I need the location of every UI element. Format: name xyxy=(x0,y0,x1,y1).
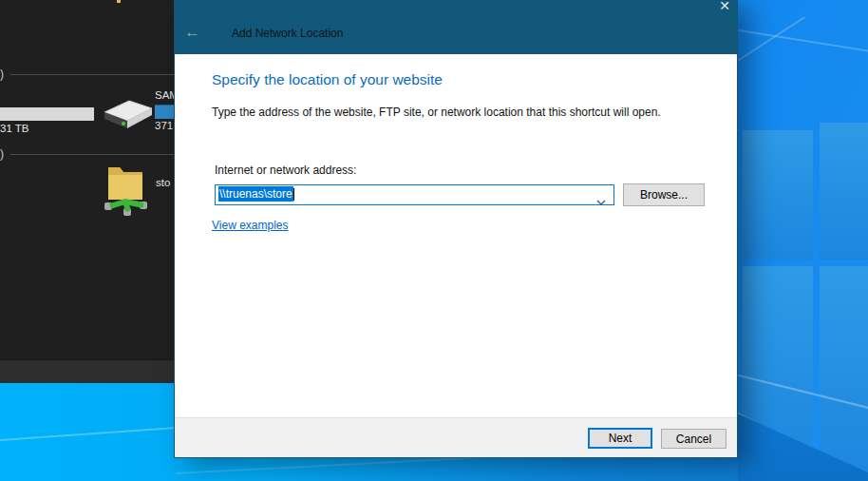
add-network-location-dialog: ✕ ← Add Network Location Specify the loc… xyxy=(174,0,738,458)
page-description: Type the address of the website, FTP sit… xyxy=(212,106,661,119)
group-separator xyxy=(10,154,174,155)
capacity-bar xyxy=(0,107,94,121)
capacity-text: 31 TB xyxy=(0,123,28,134)
network-folder-icon xyxy=(104,162,148,221)
group-header-label: ) xyxy=(0,67,4,81)
cancel-button[interactable]: Cancel xyxy=(661,429,726,449)
back-icon[interactable]: ← xyxy=(184,24,200,40)
windows-logo-pane xyxy=(820,266,868,481)
windows-logo-pane xyxy=(743,130,813,260)
page-heading: Specify the location of your website xyxy=(212,71,443,88)
next-button[interactable]: Next xyxy=(588,428,652,449)
browse-button[interactable]: Browse... xyxy=(623,183,705,206)
address-value: \\truenas\store xyxy=(218,187,294,201)
capacity-text: 371 xyxy=(155,120,173,131)
dialog-footer: Next Cancel xyxy=(175,417,737,457)
address-combobox[interactable]: \\truenas\store xyxy=(215,184,614,205)
explorer-status-bar xyxy=(0,359,174,383)
hard-drive-icon xyxy=(99,95,154,141)
desktop-screen: ) 31 TB SAM 371 ) xyxy=(0,0,868,481)
selected-text: \\truenas\store xyxy=(218,186,293,202)
group-header-label: ) xyxy=(0,147,4,161)
clipped-folder-icon xyxy=(117,0,121,3)
close-icon[interactable]: ✕ xyxy=(719,0,730,12)
group-separator xyxy=(10,74,174,75)
network-item-name: sto xyxy=(156,177,170,188)
network-group-header: ) xyxy=(0,147,174,161)
view-examples-link[interactable]: View examples xyxy=(212,219,288,232)
file-explorer-window: ) 31 TB SAM 371 ) xyxy=(0,0,174,383)
windows-logo-pane xyxy=(820,123,868,260)
capacity-bar xyxy=(155,105,174,119)
chevron-down-icon[interactable] xyxy=(596,192,606,209)
address-label: Internet or network address: xyxy=(215,164,356,177)
drive-group-header: ) xyxy=(0,67,174,81)
text-caret xyxy=(293,188,294,201)
dialog-title: Add Network Location xyxy=(232,27,343,40)
drive-name: SAM xyxy=(155,89,174,101)
